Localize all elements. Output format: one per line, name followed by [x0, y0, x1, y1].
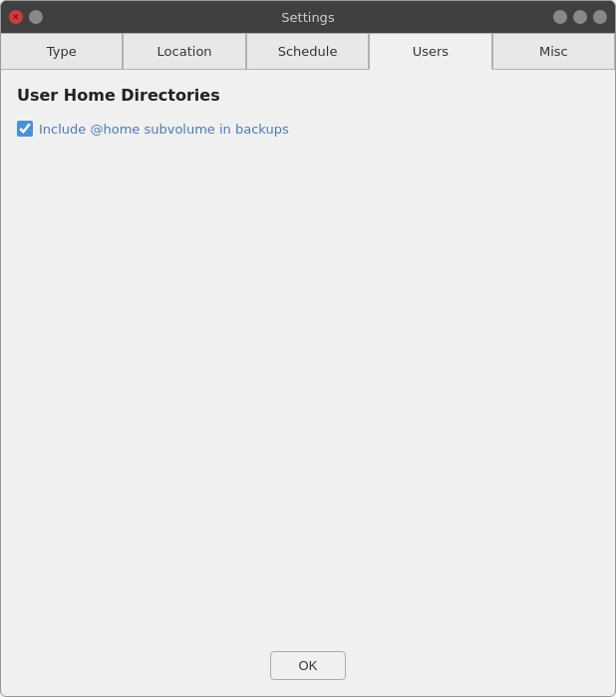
ok-button[interactable]: OK	[270, 651, 347, 680]
minimize-button[interactable]	[29, 10, 43, 24]
window-right-controls	[553, 10, 607, 24]
titlebar: ✕ Settings	[1, 1, 615, 33]
right-btn-3[interactable]	[593, 10, 607, 24]
footer: OK	[1, 635, 615, 696]
tab-misc[interactable]: Misc	[492, 33, 615, 70]
tab-users[interactable]: Users	[369, 33, 491, 70]
close-icon: ✕	[12, 12, 20, 22]
include-home-row: Include @home subvolume in backups	[17, 121, 599, 137]
tab-bar: Type Location Schedule Users Misc	[1, 33, 615, 70]
right-btn-1[interactable]	[553, 10, 567, 24]
include-home-label[interactable]: Include @home subvolume in backups	[39, 122, 289, 137]
include-home-checkbox[interactable]	[17, 121, 33, 137]
right-btn-2[interactable]	[573, 10, 587, 24]
tab-schedule[interactable]: Schedule	[246, 33, 369, 70]
window-title: Settings	[281, 10, 334, 25]
tab-location[interactable]: Location	[123, 33, 245, 70]
close-button[interactable]: ✕	[9, 10, 23, 24]
settings-window: ✕ Settings Type Location Schedule Users …	[0, 0, 616, 697]
tab-type[interactable]: Type	[1, 33, 123, 70]
main-content: User Home Directories Include @home subv…	[1, 70, 615, 635]
window-controls: ✕	[9, 10, 43, 24]
section-title: User Home Directories	[17, 86, 599, 105]
